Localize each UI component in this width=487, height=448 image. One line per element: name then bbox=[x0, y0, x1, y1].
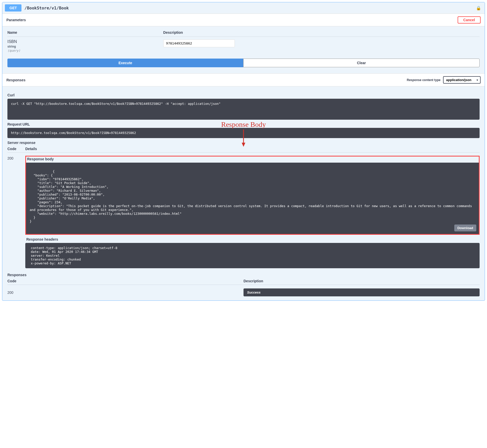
response-body-block[interactable]: { "books": { "isbn": "9781449325862", "t… bbox=[26, 163, 479, 234]
endpoint-path: /BookStore/v1/Book bbox=[25, 6, 69, 10]
response-headers-block[interactable]: content-type: application/json; charset=… bbox=[25, 243, 480, 268]
status-code: 200 bbox=[7, 156, 25, 160]
download-button[interactable]: Download bbox=[454, 225, 476, 231]
curl-title: Curl bbox=[7, 93, 480, 97]
swagger-operation-panel: GET /BookStore/v1/Book 🔒 Parameters Canc… bbox=[2, 2, 485, 301]
isbn-input[interactable] bbox=[163, 39, 235, 47]
param-type: string bbox=[7, 45, 163, 48]
content-type-label: Response content type bbox=[407, 78, 440, 82]
parameters-bar: Parameters Cancel bbox=[2, 14, 485, 26]
response-section: Curl curl -X GET "http://bookstore.tools… bbox=[2, 86, 485, 300]
cancel-button[interactable]: Cancel bbox=[458, 16, 481, 24]
responses2-code-header: Code bbox=[7, 279, 243, 283]
code-header: Code bbox=[7, 147, 25, 151]
curl-block[interactable]: curl -X GET "http://bookstore.toolsqa.co… bbox=[7, 99, 480, 120]
responses-bar: Responses Response content type applicat… bbox=[2, 73, 485, 86]
request-url-title: Request URL bbox=[7, 122, 480, 126]
details-header: Details bbox=[25, 147, 480, 151]
responses-title: Responses bbox=[6, 78, 26, 82]
parameters-body: Name Description ISBN string (query) bbox=[2, 26, 485, 59]
lock-icon: 🔒 bbox=[476, 6, 481, 10]
method-badge: GET bbox=[5, 4, 21, 12]
server-response-row: 200 Response body { "books": { "isbn": "… bbox=[7, 156, 480, 268]
request-url-block[interactable]: http://bookstore.toolsqa.com/BookStore/v… bbox=[7, 128, 480, 138]
operation-header[interactable]: GET /BookStore/v1/Book 🔒 bbox=[2, 2, 485, 14]
responses2-row: 200 Success bbox=[7, 288, 480, 296]
execute-button[interactable]: Execute bbox=[7, 59, 243, 67]
responses2-title: Responses bbox=[7, 273, 480, 277]
param-desc-header: Description bbox=[163, 30, 480, 35]
responses2-desc: Success bbox=[243, 288, 480, 296]
param-name: ISBN bbox=[7, 39, 163, 44]
content-type-select[interactable]: application/json bbox=[443, 76, 481, 84]
param-row: ISBN string (query) bbox=[7, 39, 480, 52]
parameters-title: Parameters bbox=[6, 18, 26, 22]
responses2-desc-header: Description bbox=[243, 279, 480, 283]
clear-button[interactable]: Clear bbox=[243, 59, 480, 67]
param-name-header: Name bbox=[7, 30, 163, 35]
action-buttons: Execute Clear bbox=[2, 59, 485, 73]
response-body-highlight: Response body { "books": { "isbn": "9781… bbox=[25, 156, 480, 235]
response-headers-label: Response headers bbox=[25, 235, 480, 243]
server-response-title: Server response bbox=[7, 141, 480, 145]
responses2-code: 200 bbox=[7, 290, 243, 295]
param-location: (query) bbox=[7, 49, 163, 52]
response-body-label: Response body bbox=[26, 156, 479, 163]
